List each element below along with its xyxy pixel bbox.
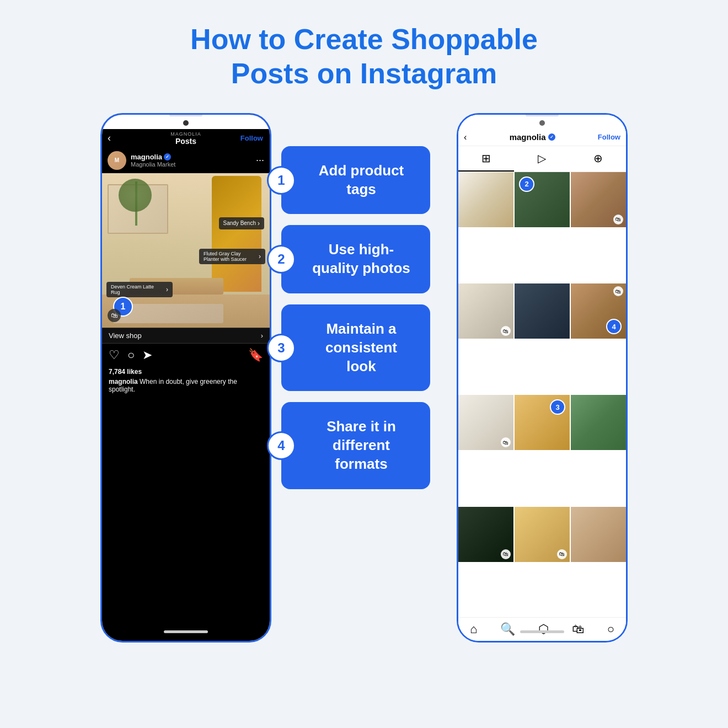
step-item-1: 1 Add product tags	[281, 146, 430, 215]
right-vol-up	[457, 170, 458, 189]
shop-badge-3: 🛍	[613, 215, 623, 224]
ig-actions-row: ♡ ○ ➤ 🔖	[102, 344, 270, 367]
vol-up-button	[100, 170, 101, 189]
grid-badge-4: 4	[606, 319, 622, 334]
ig-grid-photos: 2 🛍 🛍	[458, 172, 626, 617]
left-actions: ♡ ○ ➤	[109, 348, 152, 362]
grid-follow-button[interactable]: Follow	[598, 133, 620, 141]
posts-label: Posts	[170, 137, 201, 146]
grid-verified-badge: ✓	[548, 133, 555, 141]
front-camera	[183, 120, 189, 126]
nav-reels-icon[interactable]: ⬡	[538, 622, 549, 636]
grid-tab-posts[interactable]: ⊞	[458, 146, 514, 172]
view-shop-row[interactable]: View shop ›	[102, 328, 270, 344]
likes-count: 7,784 likes	[102, 367, 270, 377]
title-line2: Posts on Instagram	[231, 57, 497, 89]
ig-post-header: ‹ MAGNOLIA Posts Follow	[102, 129, 270, 148]
user-info: magnolia ✓ Magnolia Market	[131, 153, 256, 168]
grid-cell-9	[571, 395, 626, 450]
step-badge-1: 1	[267, 166, 296, 195]
page-container: How to Create Shoppable Posts on Instagr…	[0, 0, 728, 728]
grid-cell-8: 3	[515, 395, 570, 450]
ig-grid-tabs: ⊞ ▷ ⊕	[458, 146, 626, 172]
like-icon[interactable]: ♡	[109, 348, 120, 362]
right-phone-speaker	[526, 114, 559, 116]
verified-badge: ✓	[164, 153, 171, 160]
share-icon[interactable]: ➤	[142, 348, 152, 362]
grid-username: magnolia ✓	[467, 132, 598, 142]
grid-cell-1	[458, 172, 513, 227]
view-shop-arrow: ›	[261, 331, 263, 340]
grid-cell-11: 🛍	[515, 507, 570, 562]
avatar: M	[108, 151, 126, 170]
follow-button[interactable]: Follow	[240, 134, 263, 142]
nav-home-icon[interactable]: ⌂	[470, 622, 477, 636]
back-arrow-icon[interactable]: ‹	[108, 132, 111, 144]
vol-down-button	[100, 195, 101, 214]
grid-badge-2: 2	[519, 176, 534, 192]
grid-cell-2: 2	[515, 172, 570, 227]
ig-grid-header: ‹ magnolia ✓ Follow	[458, 129, 626, 146]
step-item-3: 3 Maintain a consistent look	[281, 304, 430, 391]
grid-cell-12	[571, 507, 626, 562]
view-shop-label: View shop	[109, 331, 142, 340]
grid-cell-3: 🛍	[571, 172, 626, 227]
step-box-2: Use high-quality photos	[281, 225, 430, 293]
right-phone: ‹ magnolia ✓ Follow ⊞ ▷ ⊕	[457, 113, 628, 643]
phone-home-indicator	[164, 630, 208, 633]
ig-post-screen: ‹ MAGNOLIA Posts Follow M magnolia	[102, 115, 270, 641]
step-item-2: 2 Use high-quality photos	[281, 225, 430, 293]
product-tag-rug[interactable]: Deven Cream Latte Rug	[106, 282, 173, 297]
step-badge-2: 2	[267, 245, 296, 274]
grid-cell-4: 🛍	[458, 283, 513, 339]
plant-leaves	[119, 179, 152, 212]
cell-image-1	[458, 172, 513, 227]
right-phone-wrapper: ‹ magnolia ✓ Follow ⊞ ▷ ⊕	[457, 113, 628, 643]
cell-image-5	[515, 283, 570, 339]
grid-tab-video[interactable]: ▷	[514, 146, 570, 172]
bookmark-icon[interactable]: 🔖	[248, 348, 263, 362]
nav-search-icon[interactable]: 🔍	[500, 622, 515, 636]
right-phone-home-indicator	[520, 630, 564, 633]
shop-badge-10: 🛍	[501, 549, 511, 559]
phone-notch	[102, 115, 270, 129]
product-tag-bench[interactable]: Sandy Bench	[219, 217, 265, 229]
username[interactable]: magnolia ✓	[131, 153, 256, 161]
cell-image-12	[571, 507, 626, 562]
title-line1: How to Create Shoppable	[190, 23, 538, 55]
step-badge-3: 3	[267, 334, 296, 362]
shop-badge-6: 🛍	[613, 286, 623, 296]
grid-cell-7: 🛍	[458, 395, 513, 450]
comment-icon[interactable]: ○	[127, 348, 135, 362]
nav-profile-icon[interactable]: ○	[607, 622, 614, 636]
ig-photo: Sandy Bench Fluted Gray Clay Planter wit…	[102, 173, 270, 328]
left-phone: ‹ MAGNOLIA Posts Follow M magnolia	[100, 113, 271, 643]
step-box-1: Add product tags	[281, 146, 430, 215]
step-box-4: Share it in different formats	[281, 402, 430, 489]
more-options-icon[interactable]: ···	[256, 154, 264, 166]
shop-badge-11: 🛍	[557, 549, 567, 559]
ig-caption: magnolia When in doubt, give greenery th…	[102, 377, 270, 398]
right-power-button	[627, 181, 628, 203]
grid-tab-tagged[interactable]: ⊕	[570, 146, 626, 172]
right-phone-notch	[458, 115, 626, 129]
caption-username: magnolia	[109, 378, 138, 386]
grid-cell-5	[515, 283, 570, 339]
account-name-small: MAGNOLIA	[170, 131, 201, 137]
right-vol-down	[457, 195, 458, 214]
grid-cell-6: 4 🛍	[571, 283, 626, 339]
nav-shop-icon[interactable]: 🛍	[572, 622, 584, 636]
ig-user-row: M magnolia ✓ Magnolia Market ···	[102, 148, 270, 173]
product-tag-planter[interactable]: Fluted Gray Clay Planter with Saucer	[199, 249, 265, 264]
grid-cell-10: 🛍	[458, 507, 513, 562]
ig-bottom-nav: ⌂ 🔍 ⬡ 🛍 ○	[458, 617, 626, 641]
steps-column: 1 Add product tags 2 Use high-quality ph…	[281, 113, 447, 489]
right-front-camera	[539, 120, 545, 126]
account-subname: Magnolia Market	[131, 161, 256, 168]
step-box-3: Maintain a consistent look	[281, 304, 430, 391]
left-phone-wrapper: ‹ MAGNOLIA Posts Follow M magnolia	[100, 113, 271, 643]
cell-image-9	[571, 395, 626, 450]
step-badge-4: 4	[267, 431, 296, 460]
page-title: How to Create Shoppable Posts on Instagr…	[190, 22, 538, 91]
shop-icon: 🛍	[108, 309, 121, 322]
